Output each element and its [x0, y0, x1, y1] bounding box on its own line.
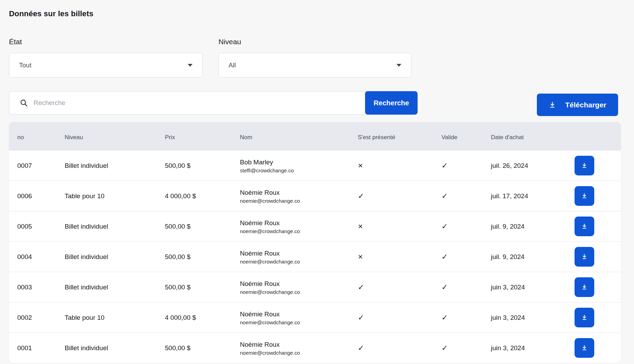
ticket-number: 0003: [9, 284, 56, 291]
ticket-price: 4 000,00 $: [157, 314, 232, 322]
table-row: 0007 Billet individuel 500,00 $ Bob Marl…: [9, 150, 621, 181]
row-download-button[interactable]: [575, 308, 594, 327]
download-button[interactable]: Télécharger: [537, 94, 618, 116]
search-input[interactable]: [34, 99, 345, 107]
ticket-number: 0004: [9, 253, 56, 261]
column-header-date: Date d'achat: [483, 131, 559, 141]
tickets-table: no Niveau Prix Nom S'est présenté Valide…: [9, 122, 621, 363]
checked-in-mark: ✓: [349, 283, 433, 292]
buyer-cell: Noémie Roux noemie@crowdchange.co: [232, 341, 349, 356]
download-icon: [581, 314, 588, 321]
column-header-prix: Prix: [157, 131, 232, 141]
column-header-presente: S'est présenté: [349, 131, 433, 141]
ticket-level: Billet individuel: [56, 223, 157, 230]
page-title: Données sur les billets: [9, 9, 621, 18]
download-icon: [581, 345, 588, 351]
search-box: [9, 91, 365, 115]
column-header-valide: Valide: [433, 131, 483, 141]
buyer-name: Noémie Roux: [240, 249, 349, 258]
column-header-niveau: Niveau: [56, 131, 157, 141]
ticket-level: Table pour 10: [56, 314, 157, 322]
purchase-date: juil. 26, 2024: [483, 162, 559, 170]
ticket-price: 4 000,00 $: [157, 192, 232, 200]
checked-in-mark: ✕: [349, 253, 433, 261]
buyer-email: noemie@crowdchange.co: [240, 350, 349, 356]
niveau-label: Niveau: [218, 37, 411, 46]
niveau-select[interactable]: All: [218, 53, 411, 77]
table-row: 0004 Billet individuel 500,00 $ Noémie R…: [9, 241, 621, 272]
buyer-cell: Noémie Roux noemie@crowdchange.co: [232, 189, 349, 204]
ticket-number: 0005: [9, 223, 56, 230]
row-download-button[interactable]: [575, 338, 594, 358]
buyer-email: noemie@crowdchange.co: [240, 289, 349, 295]
table-row: 0002 Table pour 10 4 000,00 $ Noémie Rou…: [9, 302, 621, 333]
buyer-email: noemie@crowdchange.co: [240, 228, 349, 234]
buyer-name: Bob Marley: [240, 158, 349, 166]
download-icon: [581, 193, 588, 199]
search-icon: [20, 99, 28, 107]
ticket-level: Billet individuel: [56, 344, 157, 352]
buyer-name: Noémie Roux: [240, 189, 349, 197]
buyer-email: steffi@crowdchange.co: [240, 167, 349, 173]
buyer-email: noemie@crowdchange.co: [240, 319, 349, 325]
ticket-price: 500,00 $: [157, 284, 232, 291]
buyer-cell: Noémie Roux noemie@crowdchange.co: [232, 249, 349, 265]
valid-mark: ✓: [433, 313, 483, 322]
ticket-number: 0007: [9, 162, 56, 170]
ticket-level: Table pour 10: [56, 192, 157, 200]
ticket-price: 500,00 $: [157, 253, 232, 261]
download-icon: [581, 284, 588, 290]
valid-mark: ✓: [433, 161, 483, 170]
search-button[interactable]: Recherche: [365, 91, 418, 115]
buyer-cell: Noémie Roux noemie@crowdchange.co: [232, 280, 349, 295]
table-row: 0001 Billet individuel 500,00 $ Noémie R…: [9, 333, 621, 363]
purchase-date: juil. 9, 2024: [483, 253, 559, 261]
tickets-page: Données sur les billets État Tout Niveau…: [0, 0, 634, 363]
niveau-select-value: All: [229, 61, 236, 69]
etat-select[interactable]: Tout: [9, 53, 203, 77]
actions-cell: [559, 247, 621, 267]
ticket-price: 500,00 $: [157, 162, 232, 170]
valid-mark: ✓: [433, 222, 483, 231]
row-download-button[interactable]: [575, 217, 594, 236]
valid-mark: ✓: [433, 192, 483, 201]
ticket-price: 500,00 $: [157, 223, 232, 230]
row-download-button[interactable]: [575, 247, 594, 267]
buyer-name: Noémie Roux: [240, 310, 349, 318]
valid-mark: ✓: [433, 283, 483, 292]
purchase-date: juil. 17, 2024: [483, 192, 559, 200]
etat-label: État: [9, 37, 203, 46]
purchase-date: juin 3, 2024: [483, 314, 559, 322]
row-download-button[interactable]: [575, 156, 594, 175]
actions-cell: [559, 156, 621, 175]
valid-mark: ✓: [433, 344, 483, 353]
column-header-nom: Nom: [232, 131, 349, 141]
checked-in-mark: ✓: [349, 192, 433, 201]
actions-cell: [559, 217, 621, 236]
checked-in-mark: ✓: [349, 313, 433, 322]
actions-cell: [559, 277, 621, 297]
column-header-actions: [559, 135, 621, 137]
actions-cell: [559, 308, 621, 327]
download-icon: [549, 101, 556, 109]
etat-select-value: Tout: [19, 61, 31, 69]
table-body: 0007 Billet individuel 500,00 $ Bob Marl…: [9, 150, 621, 363]
ticket-level: Billet individuel: [56, 284, 157, 291]
checked-in-mark: ✕: [349, 223, 433, 230]
table-row: 0005 Billet individuel 500,00 $ Noémie R…: [9, 211, 621, 241]
caret-down-icon: [397, 64, 401, 67]
row-download-button[interactable]: [575, 186, 594, 206]
column-header-no: no: [9, 131, 56, 141]
actions-cell: [559, 338, 621, 358]
download-button-label: Télécharger: [565, 101, 606, 109]
buyer-name: Noémie Roux: [240, 219, 349, 227]
buyer-email: noemie@crowdchange.co: [240, 198, 349, 204]
download-icon: [581, 223, 588, 230]
buyer-cell: Noémie Roux noemie@crowdchange.co: [232, 219, 349, 234]
ticket-number: 0002: [9, 314, 56, 322]
table-header-row: no Niveau Prix Nom S'est présenté Valide…: [9, 122, 621, 150]
checked-in-mark: ✕: [349, 162, 433, 170]
download-icon: [581, 253, 588, 260]
row-download-button[interactable]: [575, 277, 594, 297]
table-row: 0003 Billet individuel 500,00 $ Noémie R…: [9, 272, 621, 302]
